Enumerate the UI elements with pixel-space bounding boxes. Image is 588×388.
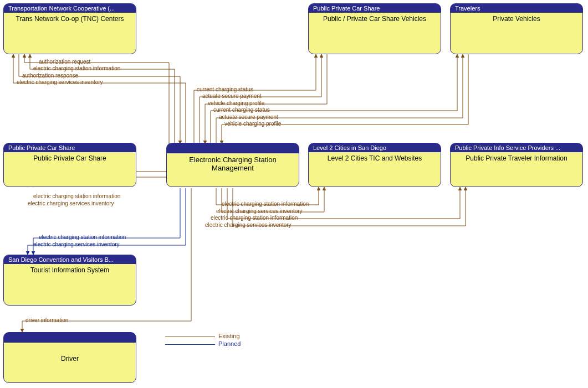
node-l2-body: Level 2 Cities TIC and Websites — [309, 152, 441, 164]
flow-cs-inv: electric charging services inventory — [28, 200, 114, 206]
node-carshare[interactable]: Public Private Car Share Public Private … — [3, 143, 136, 187]
node-ecsm[interactable]: Electronic Charging Station Management — [166, 143, 299, 187]
flow-pti-inv: electric charging services inventory — [205, 222, 292, 228]
node-l2-header: Level 2 Cities in San Diego — [309, 143, 441, 152]
node-driver-body: Driver — [4, 343, 136, 365]
node-tnc-header: Transportation Network Cooperative (... — [4, 4, 136, 13]
flow-veh-asp1: actuate secure payment — [202, 93, 262, 99]
node-travelers[interactable]: Travelers Private Vehicles — [450, 3, 583, 54]
flow-driver-info: driver information — [25, 317, 68, 323]
flow-veh-ccs2: current charging status — [213, 107, 270, 113]
flow-tnc-ecsi: electric charging station information — [33, 65, 120, 71]
flow-tnc-inv: electric charging services inventory — [17, 79, 103, 85]
flow-l2-inv: electric charging services inventory — [216, 208, 303, 214]
node-carshare-veh[interactable]: Public Private Car Share Public / Privat… — [308, 3, 441, 54]
node-tnc[interactable]: Transportation Network Cooperative (... … — [3, 3, 136, 54]
node-driver-header — [4, 333, 136, 343]
node-tourist[interactable]: San Diego Convention and Visitors B... T… — [3, 255, 136, 306]
legend-label-planned: Planned — [218, 340, 241, 347]
node-tnc-body: Trans Network Co-op (TNC) Centers — [4, 13, 136, 25]
node-pti-header: Public Private Info Service Providers ..… — [451, 143, 582, 152]
flow-cs-ecsi: electric charging station information — [33, 193, 120, 199]
node-tourist-header: San Diego Convention and Visitors B... — [4, 255, 136, 264]
node-l2[interactable]: Level 2 Cities in San Diego Level 2 Citi… — [308, 143, 441, 187]
node-travelers-header: Travelers — [451, 4, 582, 13]
flow-l2-ecsi: electric charging station information — [222, 201, 309, 207]
flow-tis-ecsi: electric charging station information — [39, 234, 126, 240]
flow-veh-vcp2: vehicle charging profile — [224, 121, 281, 127]
node-tourist-body: Tourist Information System — [4, 264, 136, 276]
flow-tis-inv: electric charging services inventory — [33, 241, 120, 247]
flow-tnc-auth-resp: authorization response — [22, 73, 78, 79]
node-ecsm-header — [167, 143, 299, 153]
flow-veh-ccs1: current charging status — [197, 86, 253, 92]
node-ecsm-body: Electronic Charging Station Management — [167, 153, 299, 174]
node-carshare-header: Public Private Car Share — [4, 143, 136, 152]
flow-veh-asp2: actuate secure payment — [219, 114, 278, 120]
node-carshare-body: Public Private Car Share — [4, 152, 136, 164]
node-pti[interactable]: Public Private Info Service Providers ..… — [450, 143, 583, 187]
legend-line-existing — [165, 337, 215, 337]
node-pti-body: Public Private Traveler Information — [451, 152, 582, 164]
node-carshare-veh-body: Public / Private Car Share Vehicles — [309, 13, 441, 25]
flow-veh-vcp1: vehicle charging profile — [208, 100, 264, 106]
node-carshare-veh-header: Public Private Car Share — [309, 4, 441, 13]
node-driver[interactable]: Driver — [3, 332, 136, 383]
flow-tnc-auth-req: authorization request — [39, 59, 90, 65]
flow-pti-ecsi: electric charging station information — [211, 215, 298, 221]
node-travelers-body: Private Vehicles — [451, 13, 582, 25]
legend-line-planned — [165, 344, 215, 345]
legend-label-existing: Existing — [218, 333, 240, 339]
